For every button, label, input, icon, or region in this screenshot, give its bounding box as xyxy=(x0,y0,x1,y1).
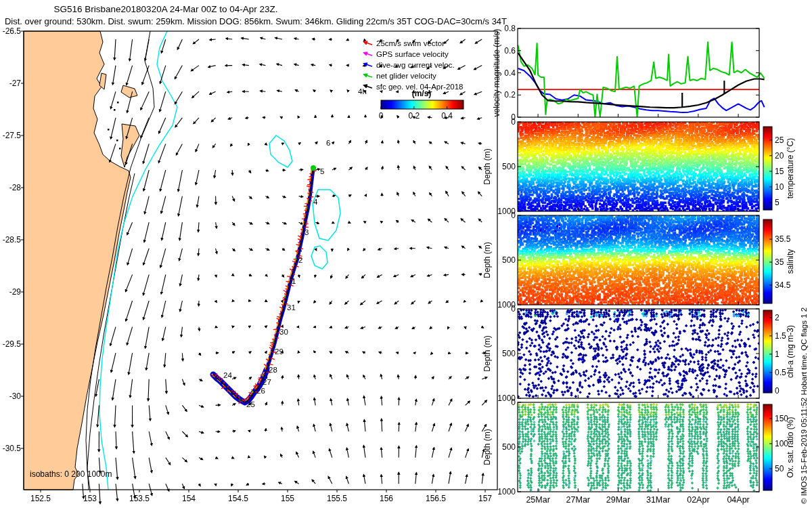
current-vector-arrow xyxy=(446,192,449,196)
colorbar-tick-label: 2 xyxy=(775,313,780,322)
current-vector-arrow xyxy=(129,39,132,61)
current-vector-arrow xyxy=(162,301,166,317)
current-vector-arrow xyxy=(160,249,166,268)
track-date-label: 4 xyxy=(313,198,318,206)
current-vector-arrow xyxy=(232,458,233,459)
current-vector-arrow xyxy=(413,192,415,196)
current-vector-arrow xyxy=(265,170,268,171)
current-vector-arrow xyxy=(249,352,251,353)
current-vector-arrow xyxy=(261,91,266,91)
map-y-tick-label: -27.5 xyxy=(3,131,22,140)
current-vector-arrow xyxy=(275,38,282,39)
current-vector-arrow xyxy=(462,246,466,248)
colorbar-gradient xyxy=(763,404,772,490)
current-vector-arrow xyxy=(282,222,286,224)
current-vector-arrow xyxy=(265,352,267,353)
current-vector-arrow xyxy=(481,301,482,302)
current-vector-arrow xyxy=(381,475,382,484)
current-vector-arrow xyxy=(330,449,332,458)
figure-title: SG516 Brisbane20180320A 24-Mar 00Z to 04… xyxy=(0,4,332,14)
current-vector-arrow xyxy=(263,117,265,118)
current-vector-arrow xyxy=(180,301,182,312)
current-vector-arrow xyxy=(365,141,367,144)
current-vector-arrow xyxy=(166,405,168,414)
current-vector-arrow xyxy=(199,484,200,486)
current-vector-arrow xyxy=(346,39,348,41)
current-vector-arrow xyxy=(216,249,217,254)
figure-overlay: 2425262728293031123456152.5153153.515415… xyxy=(0,0,812,508)
current-vector-arrow xyxy=(182,353,183,360)
track-date-label: 27 xyxy=(263,378,271,386)
current-vector-arrow xyxy=(314,327,315,328)
current-vector-arrow xyxy=(232,196,234,201)
current-vector-arrow xyxy=(182,458,187,462)
current-vector-arrow xyxy=(179,249,183,261)
current-vector-arrow xyxy=(127,66,133,85)
map-colorbar-tick-label: 0.4 xyxy=(441,111,453,121)
current-vector-arrow xyxy=(332,196,335,196)
current-vector-arrow xyxy=(294,64,299,66)
current-vector-arrow xyxy=(143,274,150,295)
current-vector-arrow xyxy=(397,116,399,118)
current-vector-arrow xyxy=(363,352,365,353)
current-vector-arrow xyxy=(328,477,332,484)
oxy-frame xyxy=(518,402,759,492)
colorbar-tick-label: 15 xyxy=(775,167,784,176)
current-vector-arrow xyxy=(182,405,187,411)
current-vector-arrow xyxy=(265,429,266,431)
current-vector-arrow xyxy=(249,249,252,251)
current-vector-arrow xyxy=(282,274,284,276)
current-vector-arrow xyxy=(232,301,234,301)
land-polygon xyxy=(24,31,131,490)
map-y-tick-label: -26.5 xyxy=(3,26,22,36)
colorbar-tick-label: 10 xyxy=(775,182,784,192)
current-vector-arrow xyxy=(265,249,269,251)
current-vector-arrow xyxy=(160,170,166,191)
current-vector-arrow xyxy=(158,144,165,163)
track-date-label: 3 xyxy=(304,228,309,236)
current-vector-arrow xyxy=(449,448,451,458)
current-vector-arrow xyxy=(378,274,382,277)
current-vector-arrow xyxy=(199,327,200,331)
current-vector-arrow xyxy=(260,64,265,66)
current-vector-arrow xyxy=(478,143,482,144)
colorbar-tick-label: 1 xyxy=(775,350,780,359)
current-vector-arrow xyxy=(332,168,336,170)
current-vector-arrow xyxy=(474,91,482,94)
current-vector-arrow xyxy=(297,426,298,431)
current-vector-arrow xyxy=(194,118,199,124)
current-vector-arrow xyxy=(474,66,482,70)
current-vector-arrow xyxy=(478,192,482,196)
island-polygon xyxy=(121,85,137,98)
current-vector-arrow xyxy=(232,326,234,327)
current-vector-arrow xyxy=(161,196,166,213)
current-vector-arrow xyxy=(460,91,466,95)
current-vector-arrow xyxy=(232,222,235,225)
current-vector-arrow xyxy=(116,484,118,501)
current-vector-arrow xyxy=(299,169,303,170)
colorbar-tick-label: 20 xyxy=(775,151,784,161)
gps-surface-velocity-line xyxy=(212,168,312,402)
velocity-ylabel: velocity magnitude (m/s) xyxy=(492,28,501,117)
date-tick-label: 04Apr xyxy=(727,495,749,505)
current-vector-arrow xyxy=(199,458,203,460)
map-y-tick-label: -28.5 xyxy=(3,235,22,245)
current-vector-arrow xyxy=(413,141,415,144)
current-vector-arrow xyxy=(282,143,284,144)
colorbar-tick-label: 25 xyxy=(775,135,784,145)
current-vector-arrow xyxy=(295,481,299,484)
current-vector-arrow xyxy=(162,327,166,341)
current-vector-arrow xyxy=(113,66,116,85)
current-vector-arrow xyxy=(466,401,470,405)
current-vector-arrow xyxy=(279,482,282,484)
map-y-tick-label: -29.5 xyxy=(3,339,22,349)
current-vector-arrow xyxy=(265,456,266,457)
current-vector-arrow xyxy=(246,484,248,485)
current-vector-arrow xyxy=(143,170,149,191)
current-vector-arrow xyxy=(363,66,365,66)
current-vector-arrow xyxy=(232,249,235,251)
current-vector-arrow xyxy=(430,193,432,196)
current-vector-arrow xyxy=(99,484,100,503)
map-colorbar-tick-label: 0 xyxy=(379,111,384,121)
current-vector-arrow xyxy=(379,327,382,329)
